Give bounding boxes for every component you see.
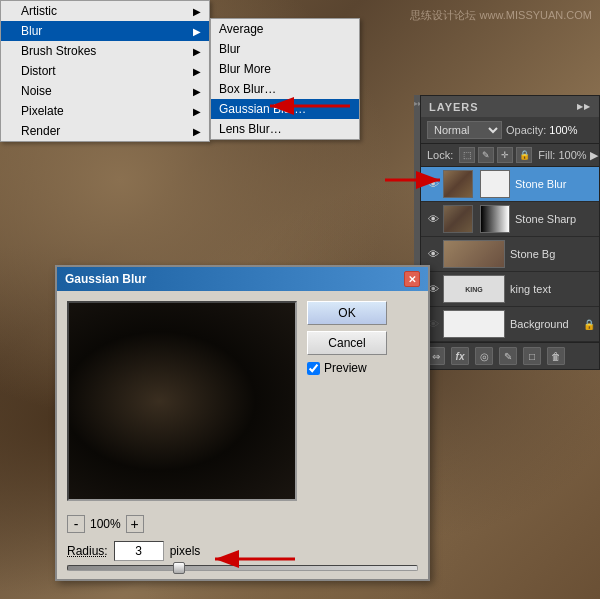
layer-thumb-stone-sharp	[443, 205, 473, 233]
cancel-button[interactable]: Cancel	[307, 331, 387, 355]
arrow-icon-brush: ▶	[193, 46, 201, 57]
slider-track[interactable]	[67, 565, 418, 571]
menu-item-blur-label: Blur	[21, 24, 42, 38]
menu-item-pixelate[interactable]: Pixelate ▶	[1, 101, 209, 121]
radius-label: Radius:	[67, 544, 108, 558]
menu-item-render-label: Render	[21, 124, 60, 138]
menu-item-brush-strokes-label: Brush Strokes	[21, 44, 96, 58]
lock-move-button[interactable]: ✛	[497, 147, 513, 163]
zoom-in-button[interactable]: +	[126, 515, 144, 533]
fill-arrow[interactable]: ▶	[590, 149, 598, 162]
layer-name-stone-bg: Stone Bg	[510, 248, 595, 260]
ok-button[interactable]: OK	[307, 301, 387, 325]
layer-name-stone-sharp: Stone Sharp	[515, 213, 595, 225]
menu-item-pixelate-label: Pixelate	[21, 104, 64, 118]
layer-thumb-king-text: KING	[443, 275, 505, 303]
gaussian-blur-dialog: Gaussian Blur ✕ OK Cancel Preview - 100%…	[55, 265, 430, 581]
blur-item-average-label: Average	[219, 22, 263, 36]
blur-submenu: Average Blur Blur More Box Blur… Gaussia…	[210, 18, 360, 140]
add-mask-button[interactable]: ◎	[475, 347, 493, 365]
preview-checkbox[interactable]	[307, 362, 320, 375]
layer-eye-stone-bg[interactable]: 👁	[425, 248, 441, 260]
layers-title: LAYERS	[429, 101, 479, 113]
opacity-control: Opacity: 100%	[506, 124, 578, 136]
fill-value: 100%	[558, 149, 586, 161]
blur-item-blur-label: Blur	[219, 42, 240, 56]
dialog-controls: OK Cancel Preview	[307, 301, 407, 501]
layer-name-king-text: king text	[510, 283, 595, 295]
radius-row: Radius: pixels	[57, 537, 428, 563]
menu-item-artistic-label: Artistic	[21, 4, 57, 18]
layer-thumb-background	[443, 310, 505, 338]
new-layer-button[interactable]: □	[523, 347, 541, 365]
layer-item-king-text[interactable]: 👁 KING king text	[421, 272, 599, 307]
adjustment-layer-button[interactable]: ✎	[499, 347, 517, 365]
delete-layer-button[interactable]: 🗑	[547, 347, 565, 365]
lock-icons: ⬚ ✎ ✛ 🔒	[459, 147, 532, 163]
menu-item-blur[interactable]: Blur ▶	[1, 21, 209, 41]
arrow-icon-distort: ▶	[193, 66, 201, 77]
layer-item-stone-blur[interactable]: 👁 Stone Blur	[421, 167, 599, 202]
lock-label: Lock:	[427, 149, 453, 161]
blur-item-gaussian[interactable]: Gaussian Blur…	[211, 99, 359, 119]
lock-icon: 🔒	[583, 319, 595, 330]
dialog-title: Gaussian Blur	[65, 272, 146, 286]
menu-item-distort[interactable]: Distort ▶	[1, 61, 209, 81]
zoom-controls: - 100% +	[57, 511, 428, 537]
dialog-body: OK Cancel Preview	[57, 291, 428, 511]
blur-item-box-blur-label: Box Blur…	[219, 82, 276, 96]
blur-item-box-blur[interactable]: Box Blur…	[211, 79, 359, 99]
slider-thumb[interactable]	[173, 562, 185, 574]
slider-row	[57, 563, 428, 579]
arrow-icon: ▶	[193, 6, 201, 17]
dialog-close-button[interactable]: ✕	[404, 271, 420, 287]
layer-item-stone-sharp[interactable]: 👁 Stone Sharp	[421, 202, 599, 237]
lock-paint-button[interactable]: ✎	[478, 147, 494, 163]
zoom-level: 100%	[90, 517, 121, 531]
preview-checkbox-row: Preview	[307, 361, 407, 375]
close-icon: ✕	[408, 274, 416, 285]
arrow-icon-pixelate: ▶	[193, 106, 201, 117]
menu-item-brush-strokes[interactable]: Brush Strokes ▶	[1, 41, 209, 61]
layer-mask-thumb-stone-sharp	[480, 205, 510, 233]
preview-content	[69, 303, 295, 499]
blur-item-gaussian-label: Gaussian Blur…	[219, 102, 306, 116]
menu-item-render[interactable]: Render ▶	[1, 121, 209, 141]
menu-item-distort-label: Distort	[21, 64, 56, 78]
blend-mode-select[interactable]: Normal	[427, 121, 502, 139]
preview-area[interactable]	[67, 301, 297, 501]
blur-item-blur[interactable]: Blur	[211, 39, 359, 59]
blur-item-lens-blur[interactable]: Lens Blur…	[211, 119, 359, 139]
layer-eye-stone-blur[interactable]: 👁	[425, 178, 441, 190]
lock-transparent-button[interactable]: ⬚	[459, 147, 475, 163]
layer-item-stone-bg[interactable]: 👁 Stone Bg	[421, 237, 599, 272]
menu-item-artistic[interactable]: Artistic ▶	[1, 1, 209, 21]
layers-collapse-icon[interactable]: ▸▸	[577, 100, 591, 113]
blur-item-blur-more[interactable]: Blur More	[211, 59, 359, 79]
layer-item-background[interactable]: 👁 Background 🔒	[421, 307, 599, 342]
radius-unit: pixels	[170, 544, 201, 558]
arrow-icon-render: ▶	[193, 126, 201, 137]
layer-name-background: Background	[510, 318, 583, 330]
opacity-value: 100%	[549, 124, 577, 136]
dialog-titlebar: Gaussian Blur ✕	[57, 267, 428, 291]
lock-all-button[interactable]: 🔒	[516, 147, 532, 163]
radius-input[interactable]	[114, 541, 164, 561]
lock-row: Lock: ⬚ ✎ ✛ 🔒 Fill: 100% ▶	[421, 144, 599, 167]
filter-menu: Artistic ▶ Blur ▶ Brush Strokes ▶ Distor…	[0, 0, 210, 142]
layer-eye-stone-sharp[interactable]: 👁	[425, 213, 441, 225]
arrow-icon-blur: ▶	[193, 26, 201, 37]
watermark: 思练设计论坛 www.MISSYUAN.COM	[410, 8, 592, 23]
menu-item-noise[interactable]: Noise ▶	[1, 81, 209, 101]
fill-label: Fill:	[538, 149, 555, 161]
opacity-label: Opacity:	[506, 124, 546, 136]
layer-thumb-stone-blur	[443, 170, 473, 198]
layers-footer: ⇔ fx ◎ ✎ □ 🗑	[421, 342, 599, 369]
layer-mask-thumb-stone-blur	[480, 170, 510, 198]
preview-label: Preview	[324, 361, 367, 375]
zoom-out-button[interactable]: -	[67, 515, 85, 533]
blur-item-average[interactable]: Average	[211, 19, 359, 39]
layer-thumb-stone-bg	[443, 240, 505, 268]
add-style-button[interactable]: fx	[451, 347, 469, 365]
layers-blend-controls: Normal Opacity: 100%	[421, 117, 599, 144]
